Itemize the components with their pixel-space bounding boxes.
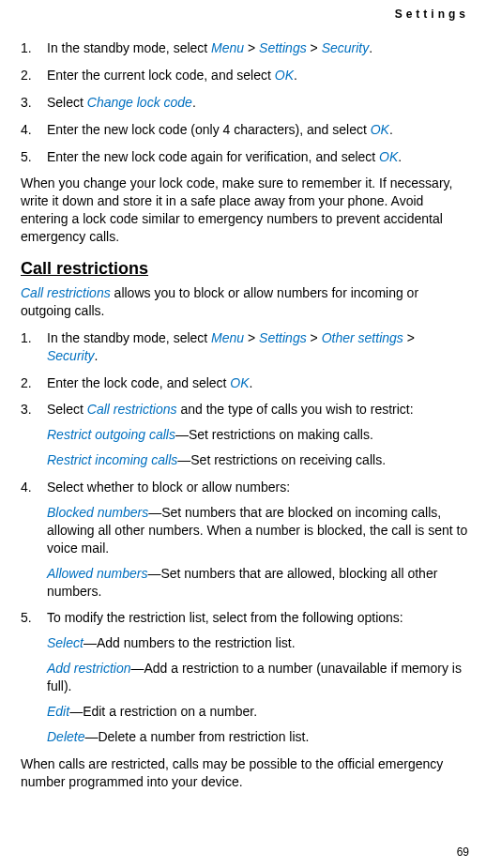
step-text: . bbox=[294, 68, 297, 83]
option-rest: —Edit a restriction on a number. bbox=[69, 704, 257, 719]
sep: > bbox=[244, 40, 259, 55]
menu-ref: Settings bbox=[259, 330, 307, 345]
option-rest: —Set restrictions on making calls. bbox=[175, 427, 373, 442]
menu-ref: Change lock code bbox=[87, 95, 192, 110]
option-term: Restrict incoming calls bbox=[47, 452, 177, 467]
section-heading: Call restrictions bbox=[21, 259, 469, 279]
option-term: Add restriction bbox=[47, 661, 130, 676]
menu-ref: Settings bbox=[259, 40, 307, 55]
step-text: . bbox=[95, 348, 99, 363]
list-item: In the standby mode, select Menu > Setti… bbox=[21, 329, 469, 365]
step-text: Select bbox=[47, 95, 87, 110]
option-rest: —Add numbers to the restriction list. bbox=[84, 635, 296, 650]
step-text: . bbox=[369, 40, 372, 55]
menu-ref: Other settings bbox=[322, 330, 403, 345]
option-rest: —Delete a number from restriction list. bbox=[84, 729, 309, 744]
sep: > bbox=[244, 330, 259, 345]
intro-paragraph: When you change your lock code, make sur… bbox=[21, 175, 469, 246]
list-item: Select whether to block or allow numbers… bbox=[21, 479, 469, 600]
step-text: Enter the lock code, and select bbox=[47, 375, 230, 390]
menu-ref: Call restrictions bbox=[87, 402, 177, 417]
menu-ref: Security bbox=[322, 40, 370, 55]
step-text: Enter the new lock code again for verifi… bbox=[47, 149, 379, 164]
sep: > bbox=[307, 40, 322, 55]
option-term: Select bbox=[47, 635, 84, 650]
list-item: In the standby mode, select Menu > Setti… bbox=[21, 39, 469, 57]
intro-steps: In the standby mode, select Menu > Setti… bbox=[21, 39, 469, 165]
step-text: Enter the new lock code (only 4 characte… bbox=[47, 122, 371, 137]
option-rest: —Set restrictions on receiving calls. bbox=[177, 452, 386, 467]
step-text: . bbox=[250, 375, 253, 390]
sub-option: Select—Add numbers to the restriction li… bbox=[47, 634, 469, 652]
sep: > bbox=[307, 330, 322, 345]
step-text: Select whether to block or allow numbers… bbox=[47, 480, 290, 495]
step-text: In the standby mode, select bbox=[47, 40, 211, 55]
list-item: Enter the lock code, and select OK. bbox=[21, 374, 469, 392]
list-item: Enter the new lock code (only 4 characte… bbox=[21, 121, 469, 139]
lead-term: Call restrictions bbox=[21, 285, 111, 300]
list-item: Enter the current lock code, and select … bbox=[21, 67, 469, 84]
menu-ref: Security bbox=[47, 348, 95, 363]
list-item: To modify the restriction list, select f… bbox=[21, 609, 469, 745]
sub-option: Edit—Edit a restriction on a number. bbox=[47, 703, 469, 721]
sub-option: Blocked numbers—Set numbers that are blo… bbox=[47, 504, 469, 557]
main-steps: In the standby mode, select Menu > Setti… bbox=[21, 329, 469, 746]
page-number: 69 bbox=[457, 845, 469, 859]
sub-option: Delete—Delete a number from restriction … bbox=[47, 728, 469, 746]
step-text: Enter the current lock code, and select bbox=[47, 68, 275, 83]
step-text: In the standby mode, select bbox=[47, 330, 211, 345]
step-text: . bbox=[389, 122, 393, 137]
step-text: and the type of calls you wish to restri… bbox=[177, 402, 414, 417]
menu-ref: OK bbox=[379, 149, 398, 164]
step-text: To modify the restriction list, select f… bbox=[47, 610, 403, 625]
sub-option: Restrict outgoing calls—Set restrictions… bbox=[47, 426, 469, 444]
option-term: Blocked numbers bbox=[47, 505, 148, 520]
option-term: Restrict outgoing calls bbox=[47, 427, 175, 442]
page-content: In the standby mode, select Menu > Setti… bbox=[21, 17, 469, 791]
step-text: Select bbox=[47, 402, 87, 417]
menu-ref: OK bbox=[371, 122, 389, 137]
step-text: . bbox=[192, 95, 196, 110]
sep: > bbox=[403, 330, 415, 345]
header-section: Settings bbox=[395, 8, 469, 21]
option-term: Edit bbox=[47, 704, 69, 719]
option-term: Allowed numbers bbox=[47, 566, 147, 581]
sub-option: Restrict incoming calls—Set restrictions… bbox=[47, 451, 469, 469]
menu-ref: Menu bbox=[211, 40, 244, 55]
outro-paragraph: When calls are restricted, calls may be … bbox=[21, 755, 469, 791]
menu-ref: Menu bbox=[211, 330, 244, 345]
sub-option: Add restriction—Add a restriction to a n… bbox=[47, 660, 469, 695]
list-item: Select Change lock code. bbox=[21, 94, 469, 112]
menu-ref: OK bbox=[230, 375, 249, 390]
section-lead: Call restrictions allows you to block or… bbox=[21, 284, 469, 320]
sub-option: Allowed numbers—Set numbers that are all… bbox=[47, 565, 469, 601]
list-item: Enter the new lock code again for verifi… bbox=[21, 148, 469, 166]
list-item: Select Call restrictions and the type of… bbox=[21, 401, 469, 469]
menu-ref: OK bbox=[275, 68, 294, 83]
option-term: Delete bbox=[47, 729, 84, 744]
step-text: . bbox=[398, 149, 402, 164]
